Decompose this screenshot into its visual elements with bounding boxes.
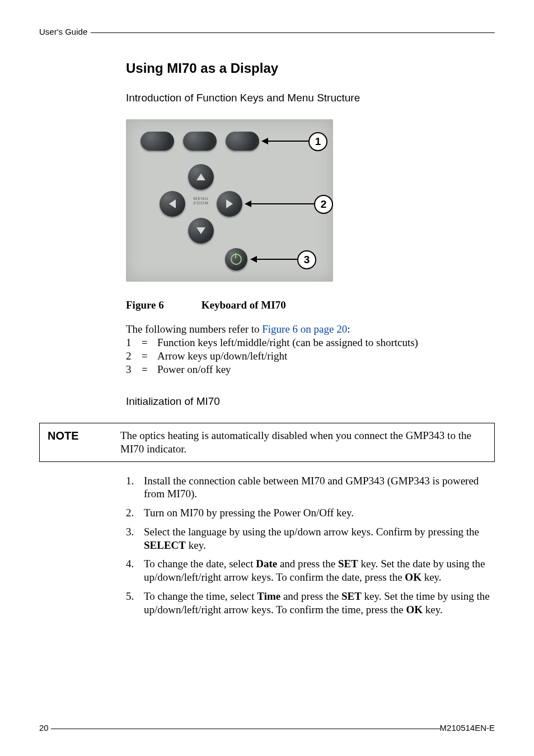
key-name: SELECT <box>144 539 186 551</box>
step-frag: key. <box>186 539 206 551</box>
legend-num: 2 <box>126 349 142 363</box>
legend-eq: = <box>142 336 157 349</box>
step: To change the time, select Time and pres… <box>126 590 495 617</box>
legend-eq: = <box>142 349 157 363</box>
header-rule <box>91 32 495 33</box>
callout-1: 1 <box>308 132 327 151</box>
legend: The following numbers refer to Figure 6 … <box>126 323 495 376</box>
footer-rule <box>51 729 440 729</box>
key-name: OK <box>406 604 423 615</box>
callout-2-num: 2 <box>321 198 327 211</box>
ordered-steps: Install the connection cable between MI7… <box>126 474 495 617</box>
menu-zoom-label: MENU ZOOM <box>190 197 212 207</box>
callout-2: 2 <box>314 195 333 214</box>
arrow-down-icon <box>188 218 214 244</box>
figure-number: Figure 6 <box>126 298 199 312</box>
step-frag: and press the <box>280 590 341 602</box>
callout-line <box>256 259 297 260</box>
body: Using MI70 as a Display Introduction of … <box>126 60 495 408</box>
subsection-heading: Initialization of MI70 <box>126 395 495 408</box>
legend-text: Power on/off key <box>157 363 231 376</box>
callout-3-num: 3 <box>304 253 310 267</box>
note-text: The optics heating is automatically disa… <box>120 429 486 456</box>
step-frag: key. <box>423 604 443 615</box>
legend-row: 1 = Function keys left/middle/right (can… <box>126 336 495 349</box>
fnkey-right-icon <box>226 132 259 151</box>
step-text: To change the time, select Time and pres… <box>144 590 495 617</box>
step-text: Turn on MI70 by pressing the Power On/Of… <box>144 506 495 520</box>
figure-caption: Figure 6 Keyboard of MI70 <box>126 298 495 312</box>
step-frag: To change the time, select <box>144 590 257 602</box>
header-left: User's Guide <box>39 27 87 38</box>
legend-intro-text: The following numbers refer to <box>126 323 262 335</box>
section-heading: Using MI70 as a Display <box>126 60 495 77</box>
keyboard-photo: MENU ZOOM 1 2 3 <box>126 119 333 282</box>
legend-text: Arrow keys up/down/left/right <box>157 349 287 363</box>
step-text: Select the language by using the up/down… <box>144 525 495 552</box>
legend-intro: The following numbers refer to Figure 6 … <box>126 323 495 336</box>
key-name: Date <box>256 558 277 570</box>
step: Turn on MI70 by pressing the Power On/Of… <box>126 506 495 520</box>
note-label: NOTE <box>48 429 120 456</box>
key-name: SET <box>341 590 362 602</box>
power-key-icon <box>225 248 247 270</box>
step-frag: To change the date, select <box>144 558 256 570</box>
subsection-heading: Introduction of Function Keys and Menu S… <box>126 91 495 105</box>
step-frag: key. <box>421 571 442 583</box>
figure-cross-ref[interactable]: Figure 6 on page 20 <box>262 323 347 335</box>
running-header: User's Guide <box>39 27 495 38</box>
arrow-up-icon <box>188 164 214 190</box>
page: User's Guide Using MI70 as a Display Int… <box>0 0 534 756</box>
step: To change the date, select Date and pres… <box>126 557 495 584</box>
figure-title: Keyboard of MI70 <box>202 299 286 311</box>
fnkey-middle-icon <box>183 132 217 151</box>
callout-3: 3 <box>297 250 316 269</box>
arrow-left-icon <box>160 191 185 217</box>
note-box: NOTE The optics heating is automatically… <box>39 423 495 462</box>
step-frag: and press the <box>277 558 338 570</box>
key-name: OK <box>405 571 421 583</box>
legend-intro-text: : <box>347 323 350 335</box>
callout-line <box>250 203 314 204</box>
legend-eq: = <box>142 363 157 376</box>
step-text: Install the connection cable between MI7… <box>144 474 495 501</box>
figure: MENU ZOOM 1 2 3 Figure 6 Keyboard of MI7… <box>126 119 495 312</box>
footer: 20 M210514EN-E <box>39 723 495 734</box>
callout-1-num: 1 <box>315 135 321 148</box>
legend-num: 1 <box>126 336 142 349</box>
arrow-right-icon <box>217 191 242 217</box>
callout-line <box>267 141 308 142</box>
legend-num: 3 <box>126 363 142 376</box>
step-text: To change the date, select Date and pres… <box>144 557 495 584</box>
legend-row: 3 = Power on/off key <box>126 363 495 376</box>
page-number: 20 <box>39 723 49 734</box>
key-name: Time <box>257 590 280 602</box>
legend-row: 2 = Arrow keys up/down/left/right <box>126 349 495 363</box>
power-icon <box>231 254 242 265</box>
step: Install the connection cable between MI7… <box>126 474 495 501</box>
step-frag: Select the language by using the up/down… <box>144 526 479 538</box>
step: Select the language by using the up/down… <box>126 525 495 552</box>
doc-id: M210514EN-E <box>440 723 495 734</box>
legend-text: Function keys left/middle/right (can be … <box>157 336 418 349</box>
key-name: SET <box>338 558 358 570</box>
steps-block: Install the connection cable between MI7… <box>126 474 495 617</box>
fnkey-left-icon <box>140 132 174 151</box>
